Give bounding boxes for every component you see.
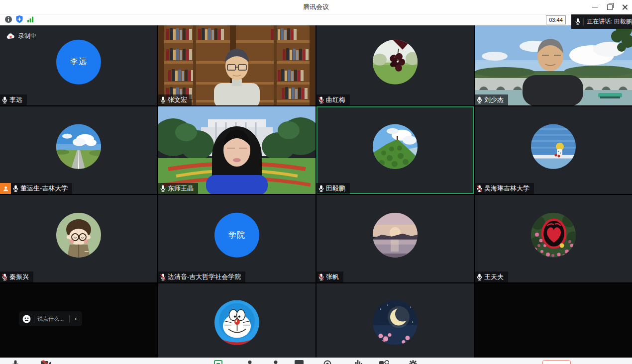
info-icon[interactable] bbox=[4, 15, 12, 23]
network-signal-icon[interactable] bbox=[26, 15, 34, 23]
chat-input[interactable] bbox=[34, 316, 69, 322]
avatar bbox=[373, 300, 418, 345]
record-button[interactable] bbox=[323, 360, 331, 364]
shield-icon[interactable] bbox=[15, 15, 23, 23]
participant-tile[interactable]: 张文宏 bbox=[158, 25, 316, 105]
name-label: 张帆 bbox=[316, 272, 343, 282]
mic-button[interactable] bbox=[12, 360, 19, 364]
cloud-recording-icon bbox=[6, 33, 15, 39]
volume-levels-button[interactable] bbox=[355, 360, 362, 364]
video-feed bbox=[158, 106, 316, 194]
participant-tile[interactable]: ‹ bbox=[0, 283, 157, 358]
video-feed bbox=[475, 25, 632, 105]
restore-button[interactable] bbox=[602, 0, 617, 14]
avatar bbox=[373, 39, 418, 84]
participant-tile[interactable] bbox=[316, 283, 474, 358]
participant-tile[interactable]: 张帆 bbox=[316, 195, 474, 282]
meeting-timer: 03:44 bbox=[546, 15, 566, 24]
collapse-chat-button[interactable]: ‹ bbox=[70, 311, 82, 326]
participant-name: 张帆 bbox=[326, 273, 339, 281]
participant-name: 王天夫 bbox=[484, 273, 504, 281]
video-grid: 录制中 李远 李远 张文宏 bbox=[0, 25, 632, 358]
participant-tile[interactable]: 录制中 李远 李远 bbox=[0, 25, 157, 105]
avatar-photo-berries bbox=[373, 39, 418, 84]
participant-name: 刘少杰 bbox=[484, 95, 504, 104]
recording-label: 录制中 bbox=[18, 32, 36, 40]
mic-icon bbox=[160, 96, 166, 104]
quick-chat-bar: ‹ bbox=[19, 311, 82, 326]
mic-off-icon bbox=[476, 185, 483, 192]
title-bar: 腾讯会议 bbox=[0, 0, 632, 14]
mic-icon bbox=[476, 96, 483, 104]
mic-off-icon bbox=[160, 273, 166, 281]
end-meeting-button[interactable] bbox=[542, 360, 571, 364]
name-label: 田毅鹏 bbox=[316, 183, 350, 194]
avatar-initials: 学院 bbox=[228, 230, 245, 240]
participant-name: 田毅鹏 bbox=[326, 184, 345, 193]
participant-tile[interactable]: 秦振兴 bbox=[0, 195, 157, 282]
participant-name: 东师王晶 bbox=[168, 184, 194, 193]
settings-button[interactable] bbox=[409, 360, 417, 364]
speaking-banner: 正在讲话: 田毅鹏 bbox=[571, 14, 632, 29]
participant-name: 秦振兴 bbox=[9, 273, 29, 281]
member-tools-button[interactable] bbox=[272, 360, 280, 364]
avatar-photo-sea bbox=[531, 124, 576, 169]
participant-tile[interactable] bbox=[158, 283, 316, 358]
video-feed bbox=[158, 25, 316, 105]
avatar-photo-moon bbox=[373, 300, 418, 345]
avatar-photo-sunset-lake bbox=[373, 213, 418, 258]
emoji-button[interactable] bbox=[19, 315, 34, 323]
minimize-button[interactable] bbox=[587, 0, 602, 14]
participant-tile-active-speaker[interactable]: 田毅鹏 bbox=[316, 106, 474, 194]
mic-off-icon bbox=[318, 96, 324, 104]
close-icon bbox=[622, 4, 628, 10]
name-label: 东师王晶 bbox=[158, 183, 198, 194]
participant-tile[interactable]: 吴海琳吉林大学 bbox=[475, 106, 632, 194]
name-label: 曲红梅 bbox=[316, 94, 350, 105]
participant-tile[interactable]: 董运生-吉林大学 bbox=[0, 106, 157, 194]
mic-icon bbox=[1, 96, 8, 104]
participant-name: 曲红梅 bbox=[326, 95, 345, 104]
whiteboard-button[interactable] bbox=[295, 360, 304, 364]
mic-icon bbox=[476, 273, 483, 281]
restore-icon bbox=[607, 4, 613, 10]
avatar bbox=[56, 213, 101, 258]
participant-name: 边清音-吉大哲学社会学院 bbox=[168, 273, 241, 281]
participant-tile[interactable]: 东师王晶 bbox=[158, 106, 316, 194]
participant-tile[interactable]: 曲红梅 bbox=[316, 25, 474, 105]
name-label: 李远 bbox=[0, 94, 27, 105]
emoji-icon bbox=[22, 315, 31, 323]
name-label: 董运生-吉林大学 bbox=[11, 183, 72, 194]
mic-icon bbox=[318, 185, 324, 192]
close-button[interactable] bbox=[617, 0, 632, 14]
meeting-toolbar: 03:44 bbox=[0, 14, 632, 25]
name-label: 秦振兴 bbox=[0, 272, 33, 282]
participant-name: 吴海琳吉林大学 bbox=[484, 184, 529, 193]
avatar: 李远 bbox=[56, 39, 101, 84]
minimize-icon bbox=[592, 7, 598, 7]
divider bbox=[583, 18, 584, 25]
host-badge bbox=[0, 183, 11, 194]
host-person-icon bbox=[2, 185, 9, 192]
avatar-photo-hill bbox=[373, 124, 418, 169]
avatar-photo-garden-ornament bbox=[531, 213, 576, 258]
participant-name: 李远 bbox=[9, 95, 22, 104]
avatar-initials: 李远 bbox=[70, 57, 87, 67]
avatar bbox=[373, 124, 418, 169]
mic-icon bbox=[160, 185, 166, 192]
name-label: 刘少杰 bbox=[475, 94, 508, 105]
participant-tile[interactable]: 学院 边清音-吉大哲学社会学院 bbox=[158, 195, 316, 282]
participants-button[interactable] bbox=[246, 360, 254, 364]
camera-off-button[interactable] bbox=[41, 360, 52, 364]
participant-tile[interactable] bbox=[475, 283, 632, 358]
window-title: 腾讯会议 bbox=[0, 0, 632, 14]
speaking-text: 正在讲话: 田毅鹏 bbox=[587, 17, 632, 26]
participant-tile[interactable]: 刘少杰 bbox=[475, 25, 632, 105]
mic-off-icon bbox=[1, 273, 8, 281]
name-label: 张文宏 bbox=[158, 94, 192, 105]
avatar-cartoon-reader bbox=[56, 213, 101, 258]
recording-badge[interactable]: 录制中 bbox=[6, 32, 36, 40]
apps-button[interactable] bbox=[379, 360, 389, 364]
share-screen-button[interactable] bbox=[214, 360, 222, 364]
participant-tile[interactable]: 王天夫 bbox=[475, 195, 632, 282]
